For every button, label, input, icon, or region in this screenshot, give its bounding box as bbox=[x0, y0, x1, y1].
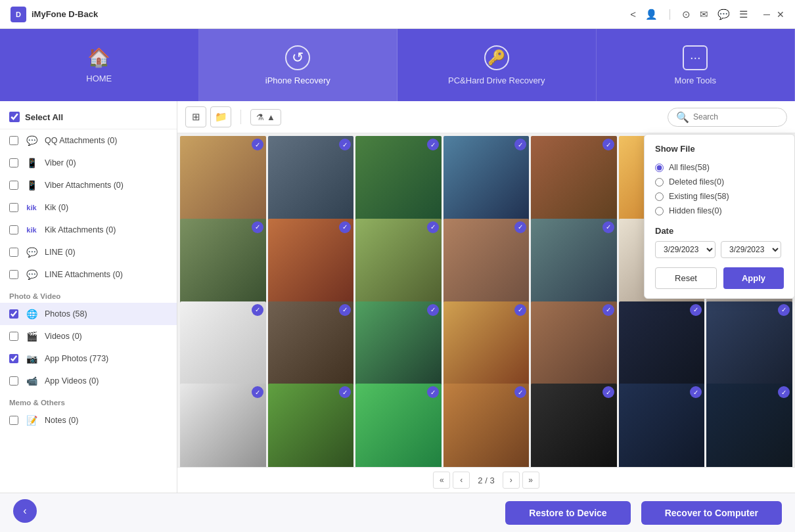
bottombar: ‹ Restore to Device Recover to Computer bbox=[0, 493, 795, 532]
page-info: 2 / 3 bbox=[472, 476, 499, 485]
photo-cell[interactable]: ✓ bbox=[443, 219, 530, 305]
chat-icon[interactable]: 💬 bbox=[717, 9, 730, 20]
select-all-row: Select All bbox=[0, 108, 177, 129]
photo-cell[interactable]: ✓ bbox=[443, 301, 530, 388]
search-box: 🔍 bbox=[668, 108, 787, 127]
photo-cell[interactable]: ✓ bbox=[531, 301, 617, 388]
sidebar-item-viber[interactable]: 📱Viber (0) bbox=[0, 152, 177, 174]
nav-more-tools-label: More Tools bbox=[675, 76, 716, 85]
date-section-title: Date bbox=[655, 226, 784, 236]
select-all-checkbox[interactable] bbox=[9, 112, 20, 122]
photo-cell[interactable]: ✓ bbox=[268, 219, 354, 305]
search-input[interactable] bbox=[693, 112, 779, 122]
photo-cell[interactable]: ✓ bbox=[355, 219, 442, 305]
minimize-icon[interactable]: ─ bbox=[763, 9, 770, 20]
content-area: ⊞ 📁 ⚗ ▲ 🔍 ✓ ✓ ✓ ✓ ✓ ✓ ✓ ✓ bbox=[177, 101, 795, 493]
toolbar-view-icons: ⊞ 📁 bbox=[185, 106, 231, 127]
qq-icon: 💬 bbox=[25, 134, 38, 147]
sidebar-item-app-photos[interactable]: 📷App Photos (773) bbox=[0, 347, 177, 370]
pagination: « ‹ 2 / 3 › » bbox=[177, 467, 795, 493]
close-icon[interactable]: ✕ bbox=[777, 9, 784, 20]
date-to-select[interactable]: 3/29/2023 bbox=[721, 241, 781, 258]
photo-cell[interactable]: ✓ bbox=[706, 301, 792, 388]
share-icon[interactable]: < bbox=[630, 9, 636, 20]
photo-cell[interactable]: ✓ bbox=[268, 136, 354, 222]
line-attach-icon: 💬 bbox=[25, 268, 38, 281]
sidebar-item-kik-attachments[interactable]: kikKik Attachments (0) bbox=[0, 219, 177, 241]
photo-cell[interactable]: ✓ bbox=[531, 219, 617, 305]
reset-button[interactable]: Reset bbox=[655, 267, 717, 289]
back-icon: ‹ bbox=[23, 505, 26, 517]
videos-icon: 🎬 bbox=[25, 330, 38, 343]
photo-cell[interactable]: ✓ bbox=[268, 384, 354, 467]
photo-cell[interactable]: ✓ bbox=[443, 136, 530, 222]
sidebar-item-line-attachments[interactable]: 💬LINE Attachments (0) bbox=[0, 263, 177, 286]
filter-deleted-files[interactable]: Deleted files(0) bbox=[655, 175, 784, 189]
sidebar-item-photos[interactable]: 🌐Photos (58) bbox=[0, 303, 177, 325]
location-icon[interactable]: ⊙ bbox=[682, 9, 691, 20]
pc-recovery-icon: 🔑 bbox=[484, 45, 509, 70]
last-page-button[interactable]: » bbox=[522, 472, 539, 489]
filter-all-files[interactable]: All files(58) bbox=[655, 160, 784, 175]
photo-cell[interactable]: ✓ bbox=[443, 384, 530, 467]
nav-more-tools[interactable]: ··· More Tools bbox=[597, 29, 796, 101]
app-logo: D bbox=[11, 7, 26, 22]
photo-cell[interactable]: ✓ bbox=[531, 384, 617, 467]
photo-cell[interactable]: ✓ bbox=[268, 301, 354, 388]
account-icon[interactable]: 👤 bbox=[645, 9, 658, 20]
filter-hidden-files[interactable]: Hidden files(0) bbox=[655, 204, 784, 218]
mail-icon[interactable]: ✉ bbox=[700, 9, 708, 20]
nav-home[interactable]: 🏠 HOME bbox=[0, 29, 199, 101]
toolbar-separator bbox=[240, 110, 241, 124]
sidebar-item-videos[interactable]: 🎬Videos (0) bbox=[0, 325, 177, 347]
select-all-label: Select All bbox=[25, 112, 63, 122]
app-videos-icon: 📹 bbox=[25, 374, 38, 388]
app-title: iMyFone D-Back bbox=[32, 9, 630, 19]
photo-cell[interactable]: ✓ bbox=[180, 136, 266, 222]
photo-cell[interactable]: ✓ bbox=[180, 219, 266, 305]
sidebar-item-viber-attachments[interactable]: 📱Viber Attachments (0) bbox=[0, 174, 177, 196]
show-file-title: Show File bbox=[655, 144, 784, 154]
window-controls: ─ ✕ bbox=[763, 9, 784, 20]
kik-attach-icon: kik bbox=[25, 223, 38, 236]
nav-iphone-recovery-label: iPhone Recovery bbox=[265, 76, 330, 85]
recover-to-computer-button[interactable]: Recover to Computer bbox=[641, 501, 782, 525]
back-button[interactable]: ‹ bbox=[13, 499, 37, 523]
photo-cell[interactable]: ✓ bbox=[619, 301, 705, 388]
sidebar-item-app-videos[interactable]: 📹App Videos (0) bbox=[0, 370, 177, 392]
apply-button[interactable]: Apply bbox=[723, 267, 784, 289]
prev-page-button[interactable]: ‹ bbox=[453, 472, 470, 489]
filter-up-icon: ▲ bbox=[267, 112, 275, 122]
photo-cell[interactable]: ✓ bbox=[355, 136, 442, 222]
show-file-dropdown: Show File All files(58) Deleted files(0)… bbox=[644, 134, 795, 299]
home-icon: 🏠 bbox=[87, 47, 110, 68]
menu-icon[interactable]: ☰ bbox=[739, 9, 748, 20]
date-row: 3/29/2023 3/29/2023 bbox=[655, 241, 784, 258]
photo-cell[interactable]: ✓ bbox=[706, 384, 792, 467]
photo-cell[interactable]: ✓ bbox=[180, 301, 266, 388]
kik-icon: kik bbox=[25, 201, 38, 214]
search-icon: 🔍 bbox=[676, 111, 689, 123]
next-page-button[interactable]: › bbox=[503, 472, 520, 489]
photo-cell[interactable]: ✓ bbox=[355, 301, 442, 388]
photo-cell[interactable]: ✓ bbox=[619, 384, 705, 467]
filter-existing-files[interactable]: Existing files(58) bbox=[655, 189, 784, 204]
sidebar-item-qq-attachments[interactable]: 💬QQ Attachments (0) bbox=[0, 129, 177, 152]
first-page-button[interactable]: « bbox=[433, 472, 450, 489]
sidebar-item-line[interactable]: 💬LINE (0) bbox=[0, 241, 177, 263]
photo-cell[interactable]: ✓ bbox=[180, 384, 266, 467]
photo-cell[interactable]: ✓ bbox=[355, 384, 442, 467]
date-from-select[interactable]: 3/29/2023 bbox=[655, 241, 716, 258]
filter-button[interactable]: ⚗ ▲ bbox=[250, 109, 281, 125]
restore-to-device-button[interactable]: Restore to Device bbox=[505, 501, 630, 525]
nav-pc-recovery[interactable]: 🔑 PC&Hard Drive Recovery bbox=[398, 29, 597, 101]
sidebar-item-notes[interactable]: 📝Notes (0) bbox=[0, 409, 177, 432]
photo-cell[interactable]: ✓ bbox=[531, 136, 617, 222]
nav-iphone-recovery[interactable]: ↺ iPhone Recovery bbox=[199, 29, 398, 101]
nav-home-label: HOME bbox=[86, 74, 112, 83]
filter-icon: ⚗ bbox=[256, 112, 264, 122]
folder-view-button[interactable]: 📁 bbox=[210, 106, 231, 127]
filter-all-label: All files(58) bbox=[669, 163, 710, 172]
grid-view-button[interactable]: ⊞ bbox=[185, 106, 206, 127]
sidebar-item-kik[interactable]: kikKik (0) bbox=[0, 196, 177, 219]
